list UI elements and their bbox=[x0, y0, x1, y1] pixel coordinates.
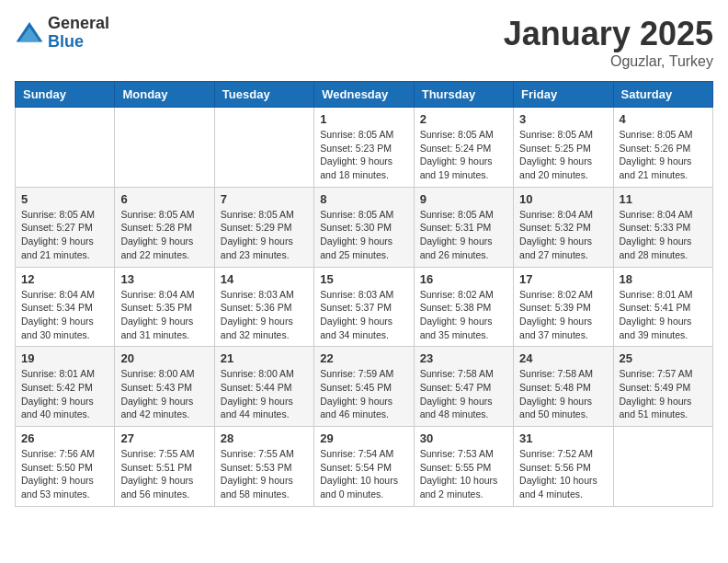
calendar-cell: 6Sunrise: 8:05 AM Sunset: 5:28 PM Daylig… bbox=[115, 187, 214, 267]
calendar-cell: 24Sunrise: 7:58 AM Sunset: 5:48 PM Dayli… bbox=[514, 347, 613, 427]
calendar-table: SundayMondayTuesdayWednesdayThursdayFrid… bbox=[15, 81, 713, 507]
day-number: 9 bbox=[420, 192, 507, 206]
day-info: Sunrise: 8:04 AM Sunset: 5:33 PM Dayligh… bbox=[620, 208, 707, 262]
day-number: 17 bbox=[519, 272, 607, 286]
calendar-cell: 20Sunrise: 8:00 AM Sunset: 5:43 PM Dayli… bbox=[115, 347, 214, 427]
day-info: Sunrise: 8:01 AM Sunset: 5:42 PM Dayligh… bbox=[21, 367, 108, 421]
calendar-cell bbox=[613, 427, 712, 507]
day-info: Sunrise: 8:05 AM Sunset: 5:26 PM Dayligh… bbox=[620, 128, 707, 182]
logo: General Blue bbox=[15, 15, 109, 52]
day-number: 25 bbox=[620, 351, 707, 365]
calendar-cell bbox=[16, 108, 115, 188]
calendar-cell: 21Sunrise: 8:00 AM Sunset: 5:44 PM Dayli… bbox=[214, 347, 313, 427]
day-number: 12 bbox=[21, 272, 108, 286]
day-info: Sunrise: 8:05 AM Sunset: 5:27 PM Dayligh… bbox=[21, 208, 108, 262]
weekday-header-row: SundayMondayTuesdayWednesdayThursdayFrid… bbox=[16, 82, 713, 108]
calendar-cell: 8Sunrise: 8:05 AM Sunset: 5:30 PM Daylig… bbox=[314, 187, 414, 267]
day-info: Sunrise: 7:53 AM Sunset: 5:55 PM Dayligh… bbox=[420, 447, 507, 501]
calendar-cell: 1Sunrise: 8:05 AM Sunset: 5:23 PM Daylig… bbox=[314, 108, 414, 188]
location: Oguzlar, Turkey bbox=[504, 53, 713, 70]
day-number: 30 bbox=[420, 431, 507, 445]
calendar-cell: 11Sunrise: 8:04 AM Sunset: 5:33 PM Dayli… bbox=[613, 187, 712, 267]
calendar-cell: 29Sunrise: 7:54 AM Sunset: 5:54 PM Dayli… bbox=[314, 427, 414, 507]
day-info: Sunrise: 7:52 AM Sunset: 5:56 PM Dayligh… bbox=[519, 447, 607, 501]
calendar-week-row: 1Sunrise: 8:05 AM Sunset: 5:23 PM Daylig… bbox=[16, 108, 713, 188]
logo-icon bbox=[15, 18, 44, 48]
day-info: Sunrise: 8:04 AM Sunset: 5:32 PM Dayligh… bbox=[519, 208, 607, 262]
weekday-header-friday: Friday bbox=[514, 82, 613, 108]
day-number: 14 bbox=[221, 272, 308, 286]
day-number: 28 bbox=[221, 431, 308, 445]
weekday-header-sunday: Sunday bbox=[16, 82, 115, 108]
day-info: Sunrise: 7:59 AM Sunset: 5:45 PM Dayligh… bbox=[320, 367, 407, 421]
day-number: 19 bbox=[21, 351, 108, 365]
day-number: 18 bbox=[620, 272, 707, 286]
day-info: Sunrise: 8:05 AM Sunset: 5:25 PM Dayligh… bbox=[519, 128, 607, 182]
calendar-cell: 5Sunrise: 8:05 AM Sunset: 5:27 PM Daylig… bbox=[16, 187, 115, 267]
calendar-cell: 22Sunrise: 7:59 AM Sunset: 5:45 PM Dayli… bbox=[314, 347, 414, 427]
day-info: Sunrise: 8:02 AM Sunset: 5:39 PM Dayligh… bbox=[519, 288, 607, 342]
weekday-header-saturday: Saturday bbox=[613, 82, 712, 108]
day-number: 3 bbox=[519, 112, 607, 126]
day-number: 20 bbox=[120, 351, 208, 365]
logo-general-text: General bbox=[48, 15, 109, 33]
day-number: 31 bbox=[519, 431, 607, 445]
day-number: 26 bbox=[21, 431, 108, 445]
calendar-cell: 13Sunrise: 8:04 AM Sunset: 5:35 PM Dayli… bbox=[115, 267, 214, 347]
calendar-cell bbox=[115, 108, 214, 188]
day-number: 21 bbox=[221, 351, 308, 365]
day-info: Sunrise: 8:05 AM Sunset: 5:31 PM Dayligh… bbox=[420, 208, 507, 262]
day-number: 1 bbox=[320, 112, 407, 126]
day-number: 5 bbox=[21, 192, 108, 206]
calendar-cell: 25Sunrise: 7:57 AM Sunset: 5:49 PM Dayli… bbox=[613, 347, 712, 427]
calendar-week-row: 12Sunrise: 8:04 AM Sunset: 5:34 PM Dayli… bbox=[16, 267, 713, 347]
page-header: General Blue January 2025 Oguzlar, Turke… bbox=[15, 15, 713, 70]
day-info: Sunrise: 8:01 AM Sunset: 5:41 PM Dayligh… bbox=[620, 288, 707, 342]
day-number: 10 bbox=[519, 192, 607, 206]
calendar-cell: 17Sunrise: 8:02 AM Sunset: 5:39 PM Dayli… bbox=[514, 267, 613, 347]
day-number: 23 bbox=[420, 351, 507, 365]
day-info: Sunrise: 7:57 AM Sunset: 5:49 PM Dayligh… bbox=[620, 367, 707, 421]
calendar-cell: 27Sunrise: 7:55 AM Sunset: 5:51 PM Dayli… bbox=[115, 427, 214, 507]
day-number: 27 bbox=[120, 431, 208, 445]
day-info: Sunrise: 8:05 AM Sunset: 5:24 PM Dayligh… bbox=[420, 128, 507, 182]
calendar-cell: 3Sunrise: 8:05 AM Sunset: 5:25 PM Daylig… bbox=[514, 108, 613, 188]
day-info: Sunrise: 8:00 AM Sunset: 5:43 PM Dayligh… bbox=[120, 367, 208, 421]
day-number: 4 bbox=[620, 112, 707, 126]
calendar-cell: 19Sunrise: 8:01 AM Sunset: 5:42 PM Dayli… bbox=[16, 347, 115, 427]
day-info: Sunrise: 8:03 AM Sunset: 5:37 PM Dayligh… bbox=[320, 288, 407, 342]
day-number: 22 bbox=[320, 351, 407, 365]
calendar-cell: 4Sunrise: 8:05 AM Sunset: 5:26 PM Daylig… bbox=[613, 108, 712, 188]
calendar-week-row: 19Sunrise: 8:01 AM Sunset: 5:42 PM Dayli… bbox=[16, 347, 713, 427]
month-title: January 2025 bbox=[504, 15, 713, 53]
day-number: 2 bbox=[420, 112, 507, 126]
day-number: 15 bbox=[320, 272, 407, 286]
day-info: Sunrise: 8:00 AM Sunset: 5:44 PM Dayligh… bbox=[221, 367, 308, 421]
day-number: 24 bbox=[519, 351, 607, 365]
calendar-cell: 18Sunrise: 8:01 AM Sunset: 5:41 PM Dayli… bbox=[613, 267, 712, 347]
day-info: Sunrise: 7:58 AM Sunset: 5:48 PM Dayligh… bbox=[519, 367, 607, 421]
day-info: Sunrise: 8:02 AM Sunset: 5:38 PM Dayligh… bbox=[420, 288, 507, 342]
title-block: January 2025 Oguzlar, Turkey bbox=[504, 15, 713, 70]
day-number: 16 bbox=[420, 272, 507, 286]
calendar-cell: 9Sunrise: 8:05 AM Sunset: 5:31 PM Daylig… bbox=[414, 187, 513, 267]
calendar-week-row: 26Sunrise: 7:56 AM Sunset: 5:50 PM Dayli… bbox=[16, 427, 713, 507]
day-info: Sunrise: 8:05 AM Sunset: 5:23 PM Dayligh… bbox=[320, 128, 407, 182]
calendar-cell: 15Sunrise: 8:03 AM Sunset: 5:37 PM Dayli… bbox=[314, 267, 414, 347]
calendar-cell: 23Sunrise: 7:58 AM Sunset: 5:47 PM Dayli… bbox=[414, 347, 513, 427]
calendar-cell: 10Sunrise: 8:04 AM Sunset: 5:32 PM Dayli… bbox=[514, 187, 613, 267]
day-info: Sunrise: 8:05 AM Sunset: 5:30 PM Dayligh… bbox=[320, 208, 407, 262]
weekday-header-wednesday: Wednesday bbox=[314, 82, 414, 108]
calendar-cell bbox=[214, 108, 313, 188]
calendar-cell: 2Sunrise: 8:05 AM Sunset: 5:24 PM Daylig… bbox=[414, 108, 513, 188]
day-info: Sunrise: 8:05 AM Sunset: 5:28 PM Dayligh… bbox=[120, 208, 208, 262]
weekday-header-tuesday: Tuesday bbox=[214, 82, 313, 108]
calendar-cell: 26Sunrise: 7:56 AM Sunset: 5:50 PM Dayli… bbox=[16, 427, 115, 507]
calendar-cell: 16Sunrise: 8:02 AM Sunset: 5:38 PM Dayli… bbox=[414, 267, 513, 347]
calendar-cell: 28Sunrise: 7:55 AM Sunset: 5:53 PM Dayli… bbox=[214, 427, 313, 507]
day-info: Sunrise: 7:56 AM Sunset: 5:50 PM Dayligh… bbox=[21, 447, 108, 501]
day-number: 29 bbox=[320, 431, 407, 445]
weekday-header-thursday: Thursday bbox=[414, 82, 513, 108]
day-number: 7 bbox=[221, 192, 308, 206]
day-number: 6 bbox=[120, 192, 208, 206]
